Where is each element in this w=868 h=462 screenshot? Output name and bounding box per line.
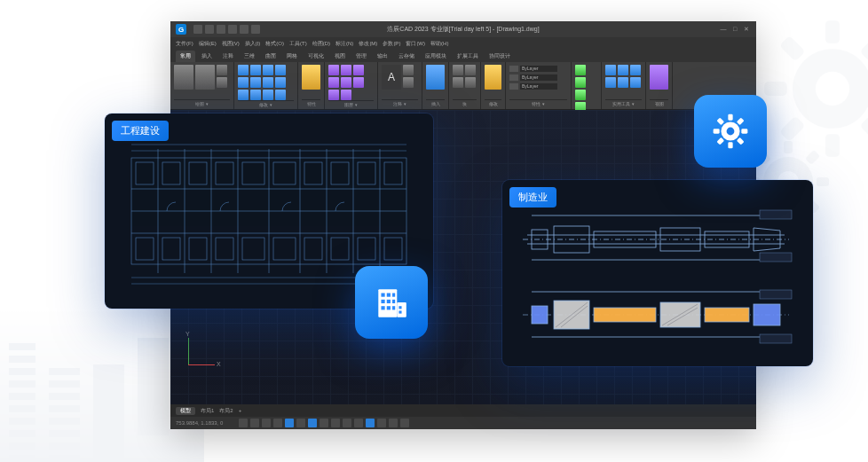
group-tool-icon[interactable]: [575, 90, 586, 100]
layer-tool-icon[interactable]: [328, 77, 339, 88]
status-annotation-icon[interactable]: [366, 419, 375, 427]
menu-item[interactable]: 窗口(W): [406, 40, 425, 48]
menu-item[interactable]: 格式(O): [265, 40, 284, 48]
ribbon-tab[interactable]: 曲面: [261, 51, 280, 62]
layer-properties-icon[interactable]: [302, 65, 320, 90]
status-polar-icon[interactable]: [273, 419, 282, 427]
layout-tab[interactable]: 布局1: [201, 407, 214, 415]
group-tool-icon[interactable]: [575, 77, 586, 88]
menu-item[interactable]: 视图(V): [222, 40, 240, 48]
qat-redo-icon[interactable]: [240, 25, 249, 34]
status-snap-icon[interactable]: [239, 419, 248, 427]
close-icon[interactable]: ✕: [742, 26, 751, 33]
layout-tab[interactable]: 布局2: [219, 407, 233, 415]
status-ws-icon[interactable]: [377, 419, 386, 427]
mirror-tool-icon[interactable]: [238, 77, 249, 88]
linetype-dropdown[interactable]: ByLayer: [520, 83, 557, 90]
util-tool-icon[interactable]: [605, 77, 616, 88]
menu-item[interactable]: 插入(I): [245, 40, 261, 48]
clipboard-icon[interactable]: [650, 65, 668, 90]
explode-tool-icon[interactable]: [263, 77, 273, 88]
match-props-icon[interactable]: [485, 65, 501, 90]
app-logo-icon[interactable]: G: [176, 24, 186, 35]
qat-save-icon[interactable]: [217, 25, 225, 34]
util-tool-icon[interactable]: [618, 77, 628, 88]
titlebar[interactable]: G 浩辰CAD 2023 专业版[Trial day left 5] - [Dr…: [170, 21, 756, 37]
menu-item[interactable]: 编辑(E): [199, 40, 217, 48]
scale-tool-icon[interactable]: [275, 77, 286, 88]
group-tool-icon[interactable]: [575, 65, 586, 75]
block-tool-icon[interactable]: [465, 77, 476, 88]
ribbon-tab[interactable]: 网格: [282, 51, 302, 62]
status-hw-icon[interactable]: [389, 419, 398, 427]
menu-item[interactable]: 修改(M): [359, 40, 377, 48]
ribbon-tab[interactable]: 可视化: [304, 51, 328, 62]
dim-tool-icon[interactable]: [403, 65, 414, 75]
offset-tool-icon[interactable]: [250, 90, 261, 100]
status-ortho-icon[interactable]: [262, 419, 271, 427]
layer-tool-icon[interactable]: [328, 65, 339, 75]
color-swatch-icon[interactable]: [509, 66, 518, 72]
erase-tool-icon[interactable]: [275, 90, 286, 100]
layer-tool-icon[interactable]: [353, 77, 364, 88]
block-tool-icon[interactable]: [453, 65, 463, 75]
util-tool-icon[interactable]: [618, 65, 628, 75]
layer-tool-icon[interactable]: [353, 65, 364, 75]
ribbon-tab[interactable]: 协同设计: [485, 51, 515, 62]
status-iso-icon[interactable]: [400, 419, 409, 427]
ribbon-tab[interactable]: 常用: [176, 51, 195, 62]
stretch-tool-icon[interactable]: [263, 90, 273, 100]
qat-print-icon[interactable]: [251, 25, 260, 34]
color-dropdown[interactable]: ByLayer: [520, 66, 557, 72]
menu-item[interactable]: 参数(P): [383, 40, 400, 48]
ribbon-tab[interactable]: 视图: [330, 51, 350, 62]
status-otrack-icon[interactable]: [296, 419, 305, 427]
polyline-tool-icon[interactable]: [195, 65, 215, 90]
util-tool-icon[interactable]: [630, 65, 641, 75]
ribbon-tab[interactable]: 注释: [218, 51, 238, 62]
block-tool-icon[interactable]: [453, 77, 463, 88]
layer-tool-icon[interactable]: [341, 90, 351, 100]
arc-tool-icon[interactable]: [217, 77, 227, 88]
menu-item[interactable]: 文件(F): [176, 40, 193, 48]
status-dyn-icon[interactable]: [308, 419, 317, 427]
text-tool-icon[interactable]: A: [382, 65, 401, 90]
circle-tool-icon[interactable]: [217, 65, 227, 75]
qat-undo-icon[interactable]: [228, 25, 237, 34]
ribbon-tab[interactable]: 三维: [240, 51, 259, 62]
line-tool-icon[interactable]: [174, 65, 193, 90]
copy-tool-icon[interactable]: [250, 65, 261, 75]
menu-item[interactable]: 工具(T): [289, 40, 307, 48]
add-layout-tab[interactable]: +: [239, 408, 242, 413]
trim-tool-icon[interactable]: [275, 65, 286, 75]
rotate-tool-icon[interactable]: [263, 65, 273, 75]
status-osnap-icon[interactable]: [285, 419, 294, 427]
menu-item[interactable]: 帮助(H): [430, 40, 448, 48]
ribbon-tab[interactable]: 扩展工具: [453, 51, 483, 62]
ribbon-tab[interactable]: 应用模块: [421, 51, 451, 62]
minimize-icon[interactable]: —: [719, 26, 728, 33]
linetype-swatch-icon[interactable]: [509, 83, 518, 90]
layer-tool-icon[interactable]: [341, 77, 351, 88]
menu-item[interactable]: 标注(N): [335, 40, 353, 48]
insert-block-icon[interactable]: [426, 65, 445, 90]
qat-new-icon[interactable]: [193, 25, 202, 34]
ribbon-tab[interactable]: 管理: [351, 51, 371, 62]
ribbon-tab[interactable]: 插入: [197, 51, 217, 62]
ribbon-tab[interactable]: 云存储: [394, 51, 419, 62]
maximize-icon[interactable]: □: [730, 26, 739, 33]
table-tool-icon[interactable]: [403, 77, 414, 88]
ribbon-tab[interactable]: 输出: [373, 51, 392, 62]
layer-tool-icon[interactable]: [328, 90, 339, 100]
util-tool-icon[interactable]: [605, 65, 616, 75]
util-tool-icon[interactable]: [630, 77, 641, 88]
lineweight-swatch-icon[interactable]: [509, 74, 518, 81]
lineweight-dropdown[interactable]: ByLayer: [520, 74, 557, 81]
qat-open-icon[interactable]: [205, 25, 214, 34]
status-sc-icon[interactable]: [354, 419, 363, 427]
status-qp-icon[interactable]: [343, 419, 351, 427]
model-tab[interactable]: 模型: [176, 407, 195, 415]
menu-item[interactable]: 绘图(D): [312, 40, 330, 48]
status-lwt-icon[interactable]: [320, 419, 328, 427]
status-grid-icon[interactable]: [250, 419, 259, 427]
